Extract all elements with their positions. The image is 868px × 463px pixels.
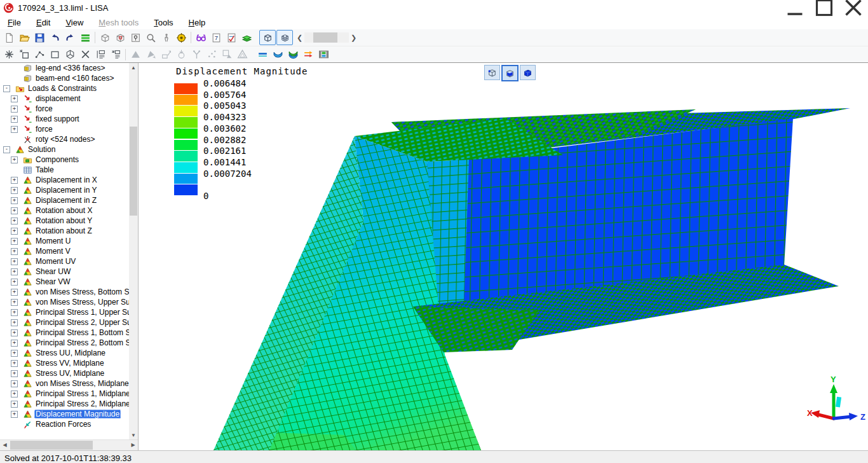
toolbar-scroll-left-icon[interactable]: ❮ — [295, 32, 304, 43]
tree-item[interactable]: +Stress UV, Midplane — [0, 368, 129, 378]
shell-layers-icon[interactable] — [239, 31, 254, 45]
view-options-icon[interactable] — [78, 31, 93, 45]
scroll-thumb[interactable] — [10, 441, 93, 450]
tree-expand-toggle[interactable]: + — [11, 390, 18, 397]
tree-expand-toggle[interactable]: + — [11, 401, 18, 408]
scroll-thumb[interactable] — [130, 127, 137, 216]
tree-expand-toggle[interactable]: + — [11, 187, 18, 194]
tree-item[interactable]: +Stress VV, Midplane — [0, 358, 129, 368]
rotate-triangle-icon[interactable] — [143, 48, 158, 62]
zoom-icon[interactable] — [143, 31, 158, 45]
tree-expand-toggle[interactable]: + — [11, 177, 18, 184]
scroll-left-icon[interactable]: ◀ — [0, 440, 10, 450]
menu-view[interactable]: View — [58, 17, 91, 29]
tree-expand-toggle[interactable]: + — [11, 116, 18, 123]
solve-check-icon[interactable] — [224, 31, 239, 45]
tree-expand-toggle[interactable]: + — [11, 207, 18, 214]
tree-item[interactable]: +Moment U — [0, 236, 129, 246]
menu-tools[interactable]: Tools — [146, 17, 180, 29]
extrude-icon[interactable] — [158, 48, 173, 62]
polyhedron-icon[interactable] — [62, 48, 78, 62]
tree-item[interactable]: +Displacement Magnitude — [0, 409, 129, 419]
menu-edit[interactable]: Edit — [29, 17, 58, 29]
tree-item[interactable]: +Principal Stress 1, Bottom Sur — [0, 328, 129, 338]
node-asterisk-icon[interactable] — [1, 48, 17, 62]
tree-expand-toggle[interactable]: + — [11, 350, 18, 357]
renumber-nodes-icon[interactable] — [93, 48, 108, 62]
tree-item[interactable]: -Loads & Constraints — [0, 83, 129, 93]
scatter-nodes-icon[interactable] — [204, 48, 219, 62]
node-polyline-icon[interactable] — [32, 48, 47, 62]
hidden-line-view-button[interactable] — [501, 65, 519, 81]
refine-triangle-icon[interactable] — [128, 48, 143, 62]
open-project-icon[interactable] — [17, 31, 32, 45]
tree-expand-toggle[interactable]: - — [3, 85, 10, 92]
maximize-button[interactable] — [810, 0, 839, 15]
tree-expand-toggle[interactable]: + — [11, 370, 18, 377]
node-box-icon[interactable] — [128, 31, 143, 45]
wireframe-cube-icon[interactable] — [97, 31, 112, 45]
element-cube-icon[interactable] — [112, 31, 128, 45]
tree-item[interactable]: -Solution — [0, 144, 129, 155]
tree-expand-toggle[interactable]: + — [11, 248, 18, 255]
new-element-icon[interactable] — [17, 48, 32, 62]
outline-triangle-icon[interactable] — [234, 48, 250, 62]
tree-expand-toggle[interactable]: + — [11, 299, 18, 306]
tree-expand-toggle[interactable]: + — [11, 218, 18, 225]
menu-mesh-tools[interactable]: Mesh tools — [91, 17, 146, 29]
tree-item[interactable]: Table — [0, 165, 129, 175]
tree-item[interactable]: +Shear UW — [0, 266, 129, 277]
tree-expand-toggle[interactable]: + — [11, 197, 18, 204]
viewport-3d[interactable]: X Y Z Displacement Magnitude 0.0064840.0… — [139, 63, 868, 450]
tree-item[interactable]: +Stress UU, Midplane — [0, 348, 129, 358]
menu-file[interactable]: File — [0, 17, 29, 29]
split-branch-icon[interactable] — [189, 48, 204, 62]
tree-horizontal-scrollbar[interactable]: ◀ ▶ — [0, 439, 138, 450]
tree-expand-toggle[interactable]: + — [11, 360, 18, 367]
tree-item[interactable]: +Principal Stress 2, Bottom Sur — [0, 338, 129, 348]
tree-item[interactable]: +Principal Stress 1, Midplane — [0, 389, 129, 399]
save-icon[interactable] — [32, 31, 47, 45]
tree-item[interactable]: +force — [0, 104, 129, 114]
tree-item[interactable]: +Rotation about Y — [0, 216, 129, 226]
close-button[interactable] — [839, 0, 868, 15]
tree-expand-toggle[interactable]: + — [11, 340, 18, 347]
tree-expand-toggle[interactable]: + — [11, 258, 18, 265]
tree-expand-toggle[interactable]: + — [11, 319, 18, 326]
shell-thickness-blue-icon[interactable] — [270, 48, 285, 62]
menu-help[interactable]: Help — [181, 17, 214, 29]
tree-expand-toggle[interactable]: + — [11, 95, 18, 102]
scroll-right-icon[interactable]: ▶ — [128, 440, 138, 450]
tree-item[interactable]: +Displacement in X — [0, 175, 129, 185]
shell-thickness-green-icon[interactable] — [285, 48, 301, 62]
scroll-up-icon[interactable]: ▲ — [129, 63, 138, 73]
tree-expand-toggle[interactable]: + — [11, 329, 18, 336]
undo-icon[interactable] — [47, 31, 62, 45]
tree-item[interactable]: +Moment V — [0, 246, 129, 256]
toolbar-scroll-right-icon[interactable]: ❯ — [349, 32, 358, 43]
solid-view-toggle-icon[interactable] — [259, 30, 276, 45]
tree-item[interactable]: roty <524 nodes> — [0, 134, 129, 144]
animate-icon[interactable] — [316, 48, 331, 62]
delete-element-icon[interactable] — [78, 48, 93, 62]
scroll-down-icon[interactable]: ▼ — [129, 431, 138, 440]
tree-expand-toggle[interactable]: + — [11, 228, 18, 235]
tree-item[interactable]: +Displacement in Z — [0, 195, 129, 205]
tree-item[interactable]: Reaction Forces — [0, 419, 129, 429]
tree-item[interactable]: +displacement — [0, 93, 129, 104]
new-document-icon[interactable] — [1, 31, 17, 45]
tree-item[interactable]: +Principal Stress 2, Midplane — [0, 399, 129, 409]
tree-expand-toggle[interactable]: + — [11, 106, 18, 113]
revolve-icon[interactable] — [173, 48, 189, 62]
tree-expand-toggle[interactable]: + — [11, 309, 18, 316]
tree-item[interactable]: leg-end <336 faces> — [0, 63, 129, 73]
node-view-button[interactable] — [484, 65, 500, 80]
quad-element-icon[interactable] — [47, 48, 62, 62]
tree-expand-toggle[interactable]: + — [11, 268, 18, 275]
tree-item[interactable]: +Moment UV — [0, 256, 129, 266]
tree-item[interactable]: +von Mises Stress, Midplane — [0, 378, 129, 389]
inspect-glasses-icon[interactable] — [193, 31, 208, 45]
tree-expand-toggle[interactable]: + — [11, 289, 18, 296]
tree-item[interactable]: +Rotation about Z — [0, 226, 129, 236]
redo-icon[interactable] — [62, 31, 78, 45]
